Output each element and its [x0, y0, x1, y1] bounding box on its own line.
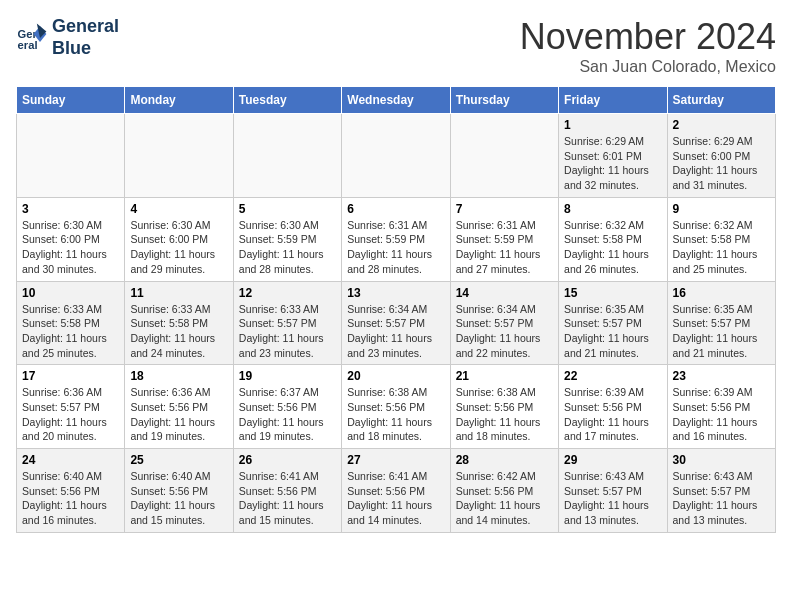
week-row-4: 17Sunrise: 6:36 AMSunset: 5:57 PMDayligh…: [17, 365, 776, 449]
day-number: 14: [456, 286, 553, 300]
calendar-cell: 8Sunrise: 6:32 AMSunset: 5:58 PMDaylight…: [559, 197, 667, 281]
calendar-cell: 24Sunrise: 6:40 AMSunset: 5:56 PMDayligh…: [17, 449, 125, 533]
day-info: Sunrise: 6:41 AMSunset: 5:56 PMDaylight:…: [347, 469, 444, 528]
day-info: Sunrise: 6:29 AMSunset: 6:01 PMDaylight:…: [564, 134, 661, 193]
calendar-table: SundayMondayTuesdayWednesdayThursdayFrid…: [16, 86, 776, 533]
calendar-cell: 18Sunrise: 6:36 AMSunset: 5:56 PMDayligh…: [125, 365, 233, 449]
calendar-cell: [342, 114, 450, 198]
day-info: Sunrise: 6:33 AMSunset: 5:57 PMDaylight:…: [239, 302, 336, 361]
week-row-2: 3Sunrise: 6:30 AMSunset: 6:00 PMDaylight…: [17, 197, 776, 281]
day-info: Sunrise: 6:35 AMSunset: 5:57 PMDaylight:…: [673, 302, 770, 361]
calendar-cell: 6Sunrise: 6:31 AMSunset: 5:59 PMDaylight…: [342, 197, 450, 281]
day-number: 20: [347, 369, 444, 383]
day-number: 16: [673, 286, 770, 300]
day-info: Sunrise: 6:40 AMSunset: 5:56 PMDaylight:…: [22, 469, 119, 528]
week-row-1: 1Sunrise: 6:29 AMSunset: 6:01 PMDaylight…: [17, 114, 776, 198]
day-info: Sunrise: 6:42 AMSunset: 5:56 PMDaylight:…: [456, 469, 553, 528]
calendar-cell: 28Sunrise: 6:42 AMSunset: 5:56 PMDayligh…: [450, 449, 558, 533]
day-number: 11: [130, 286, 227, 300]
day-number: 5: [239, 202, 336, 216]
calendar-cell: [233, 114, 341, 198]
weekday-header-thursday: Thursday: [450, 87, 558, 114]
day-number: 7: [456, 202, 553, 216]
day-number: 26: [239, 453, 336, 467]
header: Gen eral General Blue November 2024 San …: [16, 16, 776, 76]
calendar-body: 1Sunrise: 6:29 AMSunset: 6:01 PMDaylight…: [17, 114, 776, 533]
week-row-3: 10Sunrise: 6:33 AMSunset: 5:58 PMDayligh…: [17, 281, 776, 365]
day-info: Sunrise: 6:29 AMSunset: 6:00 PMDaylight:…: [673, 134, 770, 193]
calendar-cell: 10Sunrise: 6:33 AMSunset: 5:58 PMDayligh…: [17, 281, 125, 365]
day-number: 9: [673, 202, 770, 216]
calendar-cell: 4Sunrise: 6:30 AMSunset: 6:00 PMDaylight…: [125, 197, 233, 281]
day-info: Sunrise: 6:37 AMSunset: 5:56 PMDaylight:…: [239, 385, 336, 444]
calendar-cell: 27Sunrise: 6:41 AMSunset: 5:56 PMDayligh…: [342, 449, 450, 533]
calendar-cell: 14Sunrise: 6:34 AMSunset: 5:57 PMDayligh…: [450, 281, 558, 365]
day-number: 10: [22, 286, 119, 300]
day-number: 17: [22, 369, 119, 383]
weekday-header-monday: Monday: [125, 87, 233, 114]
calendar-cell: 29Sunrise: 6:43 AMSunset: 5:57 PMDayligh…: [559, 449, 667, 533]
day-info: Sunrise: 6:41 AMSunset: 5:56 PMDaylight:…: [239, 469, 336, 528]
title-area: November 2024 San Juan Colorado, Mexico: [520, 16, 776, 76]
day-info: Sunrise: 6:43 AMSunset: 5:57 PMDaylight:…: [564, 469, 661, 528]
logo: Gen eral General Blue: [16, 16, 119, 59]
calendar-cell: 23Sunrise: 6:39 AMSunset: 5:56 PMDayligh…: [667, 365, 775, 449]
day-number: 19: [239, 369, 336, 383]
calendar-header: SundayMondayTuesdayWednesdayThursdayFrid…: [17, 87, 776, 114]
calendar-cell: 3Sunrise: 6:30 AMSunset: 6:00 PMDaylight…: [17, 197, 125, 281]
day-number: 24: [22, 453, 119, 467]
day-info: Sunrise: 6:35 AMSunset: 5:57 PMDaylight:…: [564, 302, 661, 361]
day-info: Sunrise: 6:33 AMSunset: 5:58 PMDaylight:…: [22, 302, 119, 361]
svg-text:eral: eral: [18, 39, 38, 51]
logo-icon: Gen eral: [16, 22, 48, 54]
calendar-cell: 25Sunrise: 6:40 AMSunset: 5:56 PMDayligh…: [125, 449, 233, 533]
month-title: November 2024: [520, 16, 776, 58]
calendar-cell: 11Sunrise: 6:33 AMSunset: 5:58 PMDayligh…: [125, 281, 233, 365]
day-info: Sunrise: 6:38 AMSunset: 5:56 PMDaylight:…: [456, 385, 553, 444]
weekday-header-saturday: Saturday: [667, 87, 775, 114]
day-number: 21: [456, 369, 553, 383]
calendar-cell: 13Sunrise: 6:34 AMSunset: 5:57 PMDayligh…: [342, 281, 450, 365]
day-info: Sunrise: 6:31 AMSunset: 5:59 PMDaylight:…: [347, 218, 444, 277]
calendar-cell: 7Sunrise: 6:31 AMSunset: 5:59 PMDaylight…: [450, 197, 558, 281]
calendar-cell: 12Sunrise: 6:33 AMSunset: 5:57 PMDayligh…: [233, 281, 341, 365]
calendar-cell: 19Sunrise: 6:37 AMSunset: 5:56 PMDayligh…: [233, 365, 341, 449]
calendar-cell: 21Sunrise: 6:38 AMSunset: 5:56 PMDayligh…: [450, 365, 558, 449]
day-info: Sunrise: 6:36 AMSunset: 5:56 PMDaylight:…: [130, 385, 227, 444]
day-number: 22: [564, 369, 661, 383]
day-info: Sunrise: 6:32 AMSunset: 5:58 PMDaylight:…: [673, 218, 770, 277]
day-number: 25: [130, 453, 227, 467]
day-number: 15: [564, 286, 661, 300]
calendar-cell: [125, 114, 233, 198]
weekday-header-friday: Friday: [559, 87, 667, 114]
logo-general: General: [52, 16, 119, 36]
day-info: Sunrise: 6:43 AMSunset: 5:57 PMDaylight:…: [673, 469, 770, 528]
day-info: Sunrise: 6:34 AMSunset: 5:57 PMDaylight:…: [456, 302, 553, 361]
day-info: Sunrise: 6:30 AMSunset: 6:00 PMDaylight:…: [130, 218, 227, 277]
calendar-cell: 2Sunrise: 6:29 AMSunset: 6:00 PMDaylight…: [667, 114, 775, 198]
logo-blue: Blue: [52, 38, 91, 58]
day-info: Sunrise: 6:32 AMSunset: 5:58 PMDaylight:…: [564, 218, 661, 277]
weekday-header-wednesday: Wednesday: [342, 87, 450, 114]
day-number: 30: [673, 453, 770, 467]
day-number: 28: [456, 453, 553, 467]
week-row-5: 24Sunrise: 6:40 AMSunset: 5:56 PMDayligh…: [17, 449, 776, 533]
day-number: 8: [564, 202, 661, 216]
calendar-cell: 17Sunrise: 6:36 AMSunset: 5:57 PMDayligh…: [17, 365, 125, 449]
day-info: Sunrise: 6:33 AMSunset: 5:58 PMDaylight:…: [130, 302, 227, 361]
day-number: 29: [564, 453, 661, 467]
calendar-cell: 15Sunrise: 6:35 AMSunset: 5:57 PMDayligh…: [559, 281, 667, 365]
day-info: Sunrise: 6:34 AMSunset: 5:57 PMDaylight:…: [347, 302, 444, 361]
location-title: San Juan Colorado, Mexico: [520, 58, 776, 76]
calendar-cell: 9Sunrise: 6:32 AMSunset: 5:58 PMDaylight…: [667, 197, 775, 281]
weekday-header-tuesday: Tuesday: [233, 87, 341, 114]
day-info: Sunrise: 6:40 AMSunset: 5:56 PMDaylight:…: [130, 469, 227, 528]
weekday-row: SundayMondayTuesdayWednesdayThursdayFrid…: [17, 87, 776, 114]
calendar-cell: 5Sunrise: 6:30 AMSunset: 5:59 PMDaylight…: [233, 197, 341, 281]
day-info: Sunrise: 6:30 AMSunset: 5:59 PMDaylight:…: [239, 218, 336, 277]
logo-text: General Blue: [52, 16, 119, 59]
day-number: 4: [130, 202, 227, 216]
day-number: 13: [347, 286, 444, 300]
day-info: Sunrise: 6:31 AMSunset: 5:59 PMDaylight:…: [456, 218, 553, 277]
calendar-cell: 16Sunrise: 6:35 AMSunset: 5:57 PMDayligh…: [667, 281, 775, 365]
